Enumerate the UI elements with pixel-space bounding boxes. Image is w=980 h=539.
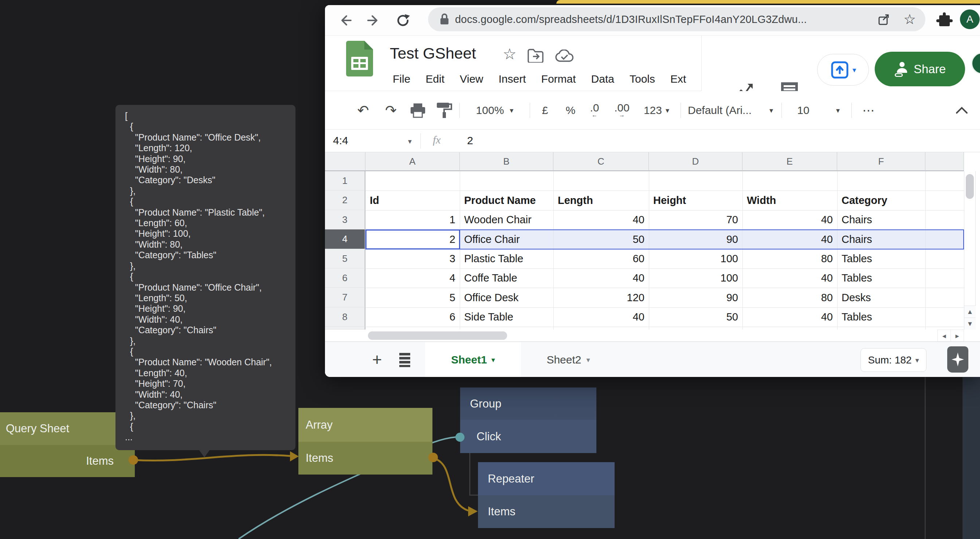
cell-A6[interactable]: 4 bbox=[370, 269, 455, 288]
sheets-avatar[interactable] bbox=[971, 52, 980, 74]
row-header-1[interactable]: 1 bbox=[325, 171, 365, 191]
increase-decimals-button[interactable]: .00→ bbox=[611, 91, 633, 130]
cell-D5[interactable]: 100 bbox=[653, 249, 738, 269]
paint-format-button[interactable] bbox=[434, 91, 454, 130]
tab-sheet2[interactable]: Sheet2 ▾ bbox=[530, 342, 606, 377]
scroll-up-button[interactable]: ▲ bbox=[964, 305, 976, 318]
font-caret[interactable]: ▾ bbox=[766, 91, 777, 130]
column-header-D[interactable]: D bbox=[649, 152, 743, 171]
browser-avatar[interactable]: A bbox=[960, 10, 980, 29]
cell-F5[interactable]: Tables bbox=[842, 249, 921, 269]
scroll-left-button[interactable]: ◂ bbox=[937, 329, 951, 342]
bookmark-star-icon[interactable]: ☆ bbox=[904, 13, 916, 26]
column-header-F[interactable]: F bbox=[837, 152, 925, 171]
share-button[interactable]: Share bbox=[875, 52, 965, 86]
cell-F3[interactable]: Chairs bbox=[842, 210, 921, 229]
cell-F6[interactable]: Tables bbox=[842, 269, 921, 288]
cell-B7[interactable]: Office Desk bbox=[464, 288, 549, 307]
horizontal-scrollbar[interactable]: ◂ ▸ bbox=[325, 329, 980, 342]
vertical-scrollbar[interactable]: ▲ ▼ bbox=[964, 171, 976, 329]
collapse-toolbar-button[interactable] bbox=[952, 91, 971, 130]
star-document-icon[interactable]: ☆ bbox=[503, 45, 517, 63]
cell-D8[interactable]: 50 bbox=[653, 307, 738, 327]
zoom-select[interactable]: 100%▾ bbox=[466, 91, 524, 130]
name-box-caret-icon[interactable]: ▾ bbox=[408, 137, 412, 146]
cell-E3[interactable]: 40 bbox=[747, 210, 833, 229]
cell-D2[interactable]: Height bbox=[653, 191, 738, 210]
cell-A5[interactable]: 3 bbox=[370, 249, 455, 269]
menu-ext[interactable]: Ext bbox=[670, 73, 686, 85]
node-query-sheet[interactable]: Query Sheet Items bbox=[0, 412, 135, 477]
column-header-A[interactable]: A bbox=[365, 152, 460, 171]
print-button[interactable] bbox=[408, 91, 428, 130]
formula-input[interactable]: 2 bbox=[467, 134, 473, 147]
menu-tools[interactable]: Tools bbox=[630, 73, 655, 85]
cell-E7[interactable]: 80 bbox=[747, 288, 833, 307]
name-box[interactable]: 4:4 bbox=[333, 134, 348, 147]
cell-D6[interactable]: 100 bbox=[653, 269, 738, 288]
font-select[interactable]: Default (Ari... bbox=[688, 91, 779, 130]
present-button[interactable]: ▾ bbox=[817, 54, 869, 86]
cell-A2[interactable]: Id bbox=[370, 191, 455, 210]
cell-C8[interactable]: 40 bbox=[558, 307, 644, 327]
menu-format[interactable]: Format bbox=[541, 73, 576, 85]
cell-F2[interactable]: Category bbox=[842, 191, 921, 210]
move-folder-icon[interactable] bbox=[528, 49, 544, 63]
forward-icon[interactable] bbox=[366, 13, 382, 29]
extensions-puzzle-icon[interactable] bbox=[935, 12, 953, 29]
port-array-items-out[interactable] bbox=[428, 453, 438, 462]
font-size-select[interactable]: 10 bbox=[791, 91, 816, 130]
column-header-E[interactable]: E bbox=[743, 152, 837, 171]
document-title[interactable]: Test GSheet bbox=[390, 45, 476, 62]
row-header-3[interactable]: 3 bbox=[325, 210, 365, 229]
font-size-caret[interactable]: ▾ bbox=[832, 91, 844, 130]
cell-F8[interactable]: Tables bbox=[842, 307, 921, 327]
grid-corner[interactable] bbox=[325, 152, 365, 171]
row-header-4[interactable]: 4 bbox=[325, 229, 365, 249]
row-header-partial[interactable] bbox=[325, 327, 365, 329]
undo-button[interactable]: ↶ bbox=[354, 91, 372, 130]
cell-E2[interactable]: Width bbox=[747, 191, 833, 210]
column-header-partial[interactable] bbox=[925, 152, 964, 171]
horizontal-scrollbar-thumb[interactable] bbox=[368, 331, 507, 340]
menu-edit[interactable]: Edit bbox=[426, 73, 444, 85]
add-sheet-button[interactable]: + bbox=[368, 348, 386, 370]
cell-F7[interactable]: Desks bbox=[842, 288, 921, 307]
address-bar[interactable]: docs.google.com/spreadsheets/d/1D3IRuxIl… bbox=[428, 7, 925, 31]
menu-data[interactable]: Data bbox=[591, 73, 614, 85]
cell-B6[interactable]: Coffe Table bbox=[464, 269, 549, 288]
port-query-items-out[interactable] bbox=[129, 455, 138, 465]
cell-E8[interactable]: 40 bbox=[747, 307, 833, 327]
column-header-B[interactable]: B bbox=[460, 152, 554, 171]
reload-icon[interactable] bbox=[395, 13, 411, 29]
currency-format-button[interactable]: £ bbox=[536, 91, 554, 130]
cell-B3[interactable]: Wooden Chair bbox=[464, 210, 549, 229]
cell-E4[interactable]: 40 bbox=[747, 229, 833, 249]
percent-format-button[interactable]: % bbox=[561, 91, 580, 130]
node-array[interactable]: Array Items bbox=[298, 408, 433, 475]
vertical-scrollbar-thumb[interactable] bbox=[966, 174, 974, 199]
cell-C5[interactable]: 60 bbox=[558, 249, 644, 269]
redo-button[interactable]: ↷ bbox=[382, 91, 400, 130]
cell-A7[interactable]: 5 bbox=[370, 288, 455, 307]
row-header-8[interactable]: 8 bbox=[325, 307, 365, 327]
cell-E5[interactable]: 80 bbox=[747, 249, 833, 269]
more-toolbar-button[interactable]: ⋯ bbox=[858, 91, 880, 130]
port-group-click-in[interactable] bbox=[455, 432, 465, 442]
all-sheets-menu-icon[interactable] bbox=[397, 351, 412, 367]
cloud-saved-icon[interactable] bbox=[555, 49, 573, 63]
menu-view[interactable]: View bbox=[460, 73, 483, 85]
row-header-6[interactable]: 6 bbox=[325, 269, 365, 288]
tab-sheet1[interactable]: Sheet1 ▾ bbox=[425, 342, 521, 377]
decrease-decimals-button[interactable]: .0← bbox=[584, 91, 605, 130]
back-icon[interactable] bbox=[337, 13, 353, 29]
menu-insert[interactable]: Insert bbox=[499, 73, 526, 85]
node-repeater[interactable]: Repeater Items bbox=[478, 462, 615, 528]
row-header-5[interactable]: 5 bbox=[325, 249, 365, 269]
cell-C6[interactable]: 40 bbox=[558, 269, 644, 288]
spreadsheet-grid[interactable]: ABCDEF12345678IdProduct NameLengthHeight… bbox=[325, 152, 980, 329]
cell-D3[interactable]: 70 bbox=[653, 210, 738, 229]
cell-B2[interactable]: Product Name bbox=[464, 191, 549, 210]
scroll-down-button[interactable]: ▼ bbox=[964, 318, 976, 329]
cell-C2[interactable]: Length bbox=[558, 191, 644, 210]
